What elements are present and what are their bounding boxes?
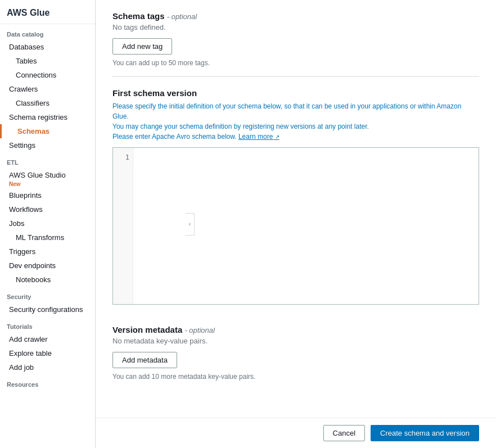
first-schema-version-section: First schema version Please specify the … [112, 77, 479, 314]
no-metadata-text: No metadata key-value pairs. [112, 337, 479, 345]
line-numbers: 1 [113, 148, 133, 304]
version-metadata-optional: - optional [184, 326, 214, 334]
metadata-helper-text: You can add 10 more metadata key-value p… [112, 373, 479, 381]
sidebar-item-dev-endpoints[interactable]: Dev endpoints [0, 259, 95, 273]
sidebar-item-add-job[interactable]: Add job [0, 360, 95, 374]
add-metadata-button[interactable]: Add metadata [112, 352, 177, 368]
add-new-tag-button[interactable]: Add new tag [112, 38, 172, 55]
first-schema-version-title: First schema version [112, 88, 479, 98]
create-schema-button[interactable]: Create schema and version [371, 425, 479, 441]
sidebar-item-tables[interactable]: Tables [0, 54, 95, 68]
new-badge: New [0, 181, 95, 188]
schema-desc-line1: Please specify the initial definition of… [112, 102, 461, 120]
sidebar-item-workflows[interactable]: Workflows [0, 202, 95, 216]
sidebar-item-connections[interactable]: Connections [0, 68, 95, 82]
sidebar-section-tutorials: Tutorials [0, 316, 95, 332]
sidebar-section-data-catalog: Data catalog [0, 24, 95, 40]
schema-tags-title: Schema tags - optional [112, 11, 479, 21]
sidebar-item-classifiers[interactable]: Classifiers [0, 96, 95, 110]
tags-helper-text: You can add up to 50 more tags. [112, 59, 479, 67]
footer-actions: Cancel Create schema and version [96, 418, 496, 448]
sidebar-item-aws-glue-studio[interactable]: AWS Glue Studio [0, 168, 95, 182]
version-metadata-section: Version metadata - optional No metadata … [112, 314, 479, 390]
sidebar-item-crawlers[interactable]: Crawlers [0, 82, 95, 96]
sidebar: AWS Glue Data catalog Databases Tables C… [0, 0, 96, 448]
sidebar-item-security-configurations[interactable]: Security configurations [0, 302, 95, 316]
sidebar-section-etl: ETL [0, 152, 95, 168]
sidebar-item-ml-transforms[interactable]: ML Transforms [0, 230, 95, 245]
app-logo: AWS Glue [0, 0, 95, 24]
sidebar-section-security: Security [0, 287, 95, 302]
sidebar-item-notebooks[interactable]: Notebooks [0, 273, 95, 287]
external-link-icon: ↗ [275, 134, 279, 140]
version-metadata-title: Version metadata - optional [112, 325, 479, 334]
main-content: Schema tags - optional No tags defined. … [96, 0, 496, 448]
schema-tags-optional: - optional [167, 12, 197, 21]
sidebar-item-explore-table[interactable]: Explore table [0, 346, 95, 360]
no-tags-text: No tags defined. [112, 23, 479, 31]
cancel-button[interactable]: Cancel [323, 425, 365, 441]
sidebar-item-jobs[interactable]: Jobs [0, 216, 95, 230]
sidebar-collapse-toggle[interactable]: ‹ [186, 213, 195, 236]
sidebar-item-triggers[interactable]: Triggers [0, 245, 95, 259]
sidebar-item-databases[interactable]: Databases [0, 40, 95, 54]
learn-more-link[interactable]: Learn more ↗ [238, 133, 279, 141]
sidebar-item-blueprints[interactable]: Blueprints [0, 188, 95, 202]
schema-desc-line3: Please enter Apache Avro schema below. [112, 133, 237, 141]
schema-code-editor[interactable]: 1 [112, 147, 479, 305]
sidebar-item-schema-registries[interactable]: Schema registries [0, 110, 95, 124]
sidebar-item-schemas[interactable]: Schemas [0, 124, 95, 138]
schema-description: Please specify the initial definition of… [112, 101, 479, 142]
schema-desc-line2: You may change your schema definition by… [112, 123, 369, 130]
line-number-1: 1 [113, 150, 129, 162]
sidebar-item-settings[interactable]: Settings [0, 138, 95, 152]
sidebar-section-resources: Resources [0, 374, 95, 390]
sidebar-item-add-crawler[interactable]: Add crawler [0, 332, 95, 346]
schema-tags-section: Schema tags - optional No tags defined. … [112, 0, 479, 76]
